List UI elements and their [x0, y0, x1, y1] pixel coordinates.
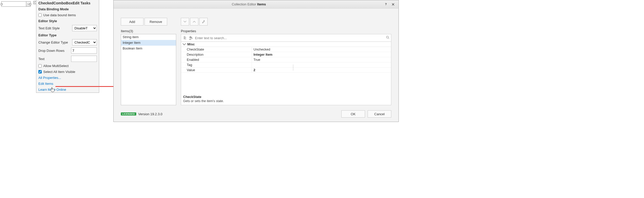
wrench-icon	[202, 20, 205, 23]
version-label: Version 19.2.3.0	[138, 112, 163, 116]
text-edit-style-label: Text Edit Style	[38, 26, 60, 30]
property-category-misc[interactable]: Misc	[181, 42, 391, 47]
section-editor-type: Editor Type	[36, 32, 99, 38]
property-row[interactable]: EnabledTrue	[181, 57, 391, 62]
items-list[interactable]: String itemInteger ItemBoolean Item	[121, 34, 176, 105]
remove-button[interactable]: Remove	[145, 18, 167, 26]
svg-point-3	[386, 36, 388, 38]
property-name: Value	[181, 68, 252, 72]
list-item[interactable]: Boolean Item	[121, 46, 176, 51]
property-value[interactable]: True	[252, 57, 391, 62]
help-button[interactable]: ?	[383, 1, 389, 8]
chevron-down-icon	[184, 21, 186, 22]
license-badge: LICENSED	[121, 112, 136, 116]
svg-text:?: ?	[385, 3, 387, 6]
combo-dropdown-button[interactable]	[26, 2, 30, 6]
text-label: Text	[38, 57, 45, 61]
all-properties-link[interactable]: All Properties...	[38, 76, 61, 80]
close-button[interactable]	[390, 1, 396, 8]
dialog-footer: LICENSED Version 19.2.3.0 OK Cancel	[121, 110, 391, 118]
property-grid[interactable]: Misc CheckStateUncheckedDescriptionInteg…	[181, 42, 391, 105]
search-icon	[386, 36, 389, 39]
property-name: Enabled	[181, 57, 252, 62]
chevron-down-icon	[27, 3, 29, 5]
close-icon	[392, 3, 394, 6]
select-all-visible-input[interactable]	[38, 70, 42, 73]
dialog-titlebar: Collection Editor Items ?	[114, 0, 399, 9]
property-description: CheckState Gets or sets the item's state…	[181, 93, 391, 105]
category-label: Misc	[187, 42, 195, 46]
settings-button[interactable]	[199, 18, 208, 26]
collection-editor-dialog: Collection Editor Items ? Add Remove Ite…	[113, 0, 399, 122]
text-input[interactable]	[71, 56, 97, 62]
dialog-title-prefix: Collection Editor	[232, 2, 256, 6]
chevron-up-icon	[193, 21, 196, 22]
property-name: CheckState	[181, 47, 252, 52]
use-data-bound-items-label: Use data bound items	[43, 13, 76, 17]
use-data-bound-items-input[interactable]	[38, 13, 42, 17]
select-all-visible-checkbox[interactable]: Select All Item Visible	[38, 70, 75, 74]
list-item[interactable]: Integer Item	[121, 40, 176, 46]
property-row[interactable]: Tag	[181, 62, 391, 68]
items-column: Add Remove Items(3) String itemInteger I…	[121, 18, 176, 105]
drop-down-rows-input[interactable]	[71, 47, 97, 54]
categorized-icon	[183, 36, 187, 40]
combo-editor[interactable]	[1, 1, 31, 7]
properties-search-bar: AZ	[181, 34, 391, 42]
property-value[interactable]: Integer Item	[252, 52, 391, 57]
section-editor-style: Editor Style	[36, 18, 99, 24]
help-icon: ?	[385, 3, 387, 6]
change-editor-type-select[interactable]: CheckedC	[72, 39, 97, 45]
alphabetical-view-button[interactable]: AZ	[189, 36, 193, 40]
list-item[interactable]: String item	[121, 34, 176, 40]
svg-text:Z: Z	[189, 37, 191, 40]
splitter-handle[interactable]	[292, 65, 294, 70]
expand-collapse-icon[interactable]	[183, 43, 186, 46]
property-row[interactable]: DescriptionInteger Item	[181, 52, 391, 57]
property-value[interactable]	[252, 62, 391, 67]
items-label: Items(3)	[121, 29, 176, 33]
alphabetical-icon: AZ	[189, 36, 193, 40]
property-value[interactable]: Unchecked	[252, 47, 391, 52]
property-description-body: Gets or sets the item's state.	[183, 99, 389, 103]
chevron-left-icon	[34, 2, 36, 4]
use-data-bound-items-checkbox[interactable]: Use data bound items	[38, 13, 76, 17]
text-edit-style-select[interactable]: DisableT	[72, 25, 97, 31]
property-name: Description	[181, 52, 252, 57]
allow-multiselect-input[interactable]	[38, 64, 42, 68]
change-editor-type-label: Change Editor Type	[38, 40, 68, 44]
smart-tag-tasks-panel: CheckedComboBoxEdit Tasks Data Binding M…	[36, 0, 99, 93]
cancel-button[interactable]: Cancel	[368, 110, 391, 118]
move-up-button[interactable]	[190, 18, 198, 26]
checked-combo-control	[1, 1, 31, 7]
property-row[interactable]: CheckStateUnchecked	[181, 47, 391, 52]
search-button[interactable]	[386, 36, 389, 40]
property-row[interactable]: Value2	[181, 68, 391, 73]
select-all-visible-label: Select All Item Visible	[43, 70, 75, 74]
move-down-button[interactable]	[181, 18, 189, 26]
add-button[interactable]: Add	[121, 18, 143, 26]
property-value[interactable]: 2	[252, 68, 391, 72]
allow-multiselect-checkbox[interactable]: Allow MultiSelect	[38, 64, 69, 68]
property-name: Tag	[181, 62, 252, 67]
edit-items-link[interactable]: Edit Items	[38, 82, 53, 86]
properties-column: Properties AZ Misc CheckStateUnchecke	[181, 18, 391, 105]
properties-search-input[interactable]	[195, 36, 385, 40]
categorized-view-button[interactable]	[183, 36, 187, 40]
drop-down-rows-label: Drop Down Rows	[38, 49, 64, 53]
learn-more-link[interactable]: Learn More Online	[38, 88, 66, 92]
section-data-binding: Data Binding Mode	[36, 6, 99, 12]
tasks-title: CheckedComboBoxEdit Tasks	[36, 0, 99, 6]
dialog-title-subject: Items	[257, 2, 266, 6]
properties-label: Properties	[181, 29, 391, 33]
property-description-title: CheckState	[183, 95, 389, 99]
ok-button[interactable]: OK	[341, 110, 365, 118]
allow-multiselect-label: Allow MultiSelect	[43, 64, 69, 68]
